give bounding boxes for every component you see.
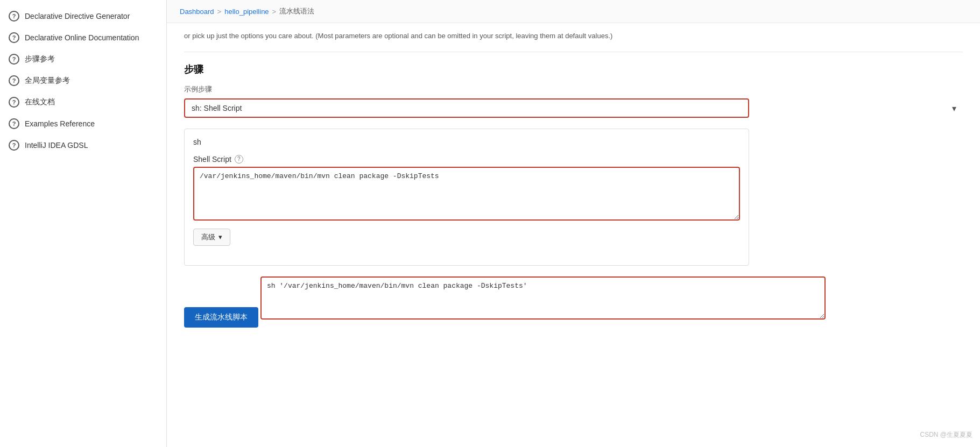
breadcrumb-pipeline[interactable]: hello_pipelline [224, 8, 269, 16]
dropdown-wrapper: sh: Shell Script bat: Windows Batch Scri… [184, 98, 963, 118]
shell-script-field-row: Shell Script ? [193, 155, 740, 222]
sidebar-item-label-4: 全局变量参考 [25, 76, 70, 86]
app-layout: ? Declarative Directive Generator ? Decl… [0, 0, 980, 447]
sidebar-item-label-7: IntelliJ IDEA GDSL [25, 141, 88, 150]
help-icon-1: ? [9, 11, 19, 22]
content-area: or pick up just the options you care abo… [167, 23, 980, 447]
sidebar-item-label-2: Declarative Online Documentation [25, 33, 139, 42]
sidebar-item-intellij-gdsl[interactable]: ? IntelliJ IDEA GDSL [0, 134, 166, 156]
help-icon-5: ? [9, 97, 19, 108]
sidebar-item-declarative-directive-generator[interactable]: ? Declarative Directive Generator [0, 5, 166, 27]
example-steps-select[interactable]: sh: Shell Script bat: Windows Batch Scri… [184, 98, 749, 118]
shell-script-label-row: Shell Script ? [193, 155, 740, 164]
breadcrumb: Dashboard > hello_pipelline > 流水线语法 [167, 0, 980, 23]
help-icon-7: ? [9, 140, 19, 151]
section-title: 步骤 [184, 63, 963, 76]
shell-script-textarea[interactable] [193, 167, 740, 221]
chevron-down-icon: ▾ [952, 103, 956, 113]
help-icon-4: ? [9, 75, 19, 86]
sidebar-item-global-variable[interactable]: ? 全局变量参考 [0, 70, 166, 91]
advanced-label: 高级 [201, 232, 215, 242]
sidebar: ? Declarative Directive Generator ? Decl… [0, 0, 167, 447]
steps-section: 步骤 示例步骤 sh: Shell Script bat: Windows Ba… [184, 63, 963, 336]
breadcrumb-dashboard[interactable]: Dashboard [180, 8, 214, 16]
help-icon-3: ? [9, 54, 19, 65]
sidebar-item-label-1: Declarative Directive Generator [25, 12, 130, 20]
sidebar-item-online-docs[interactable]: ? 在线文档 [0, 91, 166, 113]
code-panel: sh Shell Script ? 高级 ▾ [184, 129, 749, 266]
output-textarea[interactable] [260, 276, 826, 320]
sidebar-item-declarative-online-docs[interactable]: ? Declarative Online Documentation [0, 27, 166, 48]
shell-script-label: Shell Script [193, 155, 231, 164]
advanced-button[interactable]: 高级 ▾ [193, 229, 230, 246]
main-content: Dashboard > hello_pipelline > 流水线语法 or p… [167, 0, 980, 447]
sidebar-item-label-6: Examples Reference [25, 119, 95, 128]
generate-pipeline-button[interactable]: 生成流水线脚本 [184, 307, 258, 328]
sidebar-item-label-3: 步骤参考 [25, 54, 55, 64]
description-text: or pick up just the options you care abo… [184, 23, 963, 52]
breadcrumb-sep-1: > [217, 8, 222, 16]
help-icon-2: ? [9, 32, 19, 43]
breadcrumb-sep-2: > [272, 8, 277, 16]
sidebar-item-label-5: 在线文档 [25, 97, 55, 107]
advanced-chevron-icon: ▾ [218, 233, 222, 241]
watermark: CSDN @生夏夏夏 [920, 430, 972, 439]
sidebar-item-step-reference[interactable]: ? 步骤参考 [0, 48, 166, 70]
example-steps-label: 示例步骤 [184, 84, 963, 94]
sidebar-item-examples-reference[interactable]: ? Examples Reference [0, 113, 166, 134]
shell-script-help-icon[interactable]: ? [235, 155, 243, 164]
code-label: sh [193, 138, 740, 146]
breadcrumb-current: 流水线语法 [279, 6, 314, 16]
help-icon-6: ? [9, 118, 19, 129]
